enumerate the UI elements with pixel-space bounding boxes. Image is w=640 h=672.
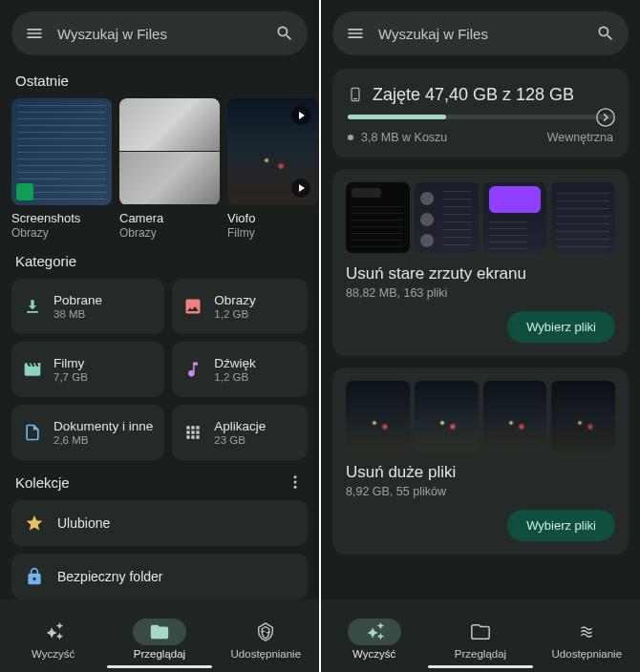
- recent-sub: Filmy: [227, 226, 318, 240]
- clean-card-large-files: Usuń duże pliki 8,92 GB, 55 plików Wybie…: [332, 368, 629, 555]
- storage-title: Zajęte 47,40 GB z 128 GB: [373, 85, 613, 105]
- select-files-button[interactable]: Wybierz pliki: [507, 311, 615, 343]
- music-icon: [183, 360, 203, 379]
- collections-title: Kolekcje: [15, 474, 70, 491]
- arrow-right-icon[interactable]: [595, 107, 616, 128]
- svg-point-1: [294, 481, 297, 484]
- collection-safe-folder[interactable]: Bezpieczny folder: [11, 554, 308, 599]
- clean-sub: 88,82 MB, 163 pliki: [346, 286, 615, 300]
- nav-browse[interactable]: Przeglądaj: [427, 619, 533, 660]
- phone-clean-screen: Wyszukaj w Files Zajęte 47,40 GB z 128 G…: [321, 0, 640, 672]
- star-icon: [25, 514, 44, 533]
- apps-icon: [183, 423, 203, 442]
- download-icon: [23, 297, 42, 316]
- home-indicator[interactable]: [107, 665, 212, 668]
- play-icon: [291, 106, 310, 125]
- nav-share[interactable]: Udostępnianie: [213, 619, 319, 660]
- phone-browse-screen: Wyszukaj w Files Ostatnie Screenshots Ob…: [0, 0, 319, 672]
- menu-icon[interactable]: [25, 24, 44, 43]
- nav-clean[interactable]: Wyczyść: [0, 619, 106, 660]
- movie-icon: [23, 360, 42, 379]
- nav-share[interactable]: Udostępnianie: [534, 619, 640, 660]
- phone-icon: [348, 84, 363, 105]
- play-icon: [291, 178, 310, 198]
- clean-card-screenshots: Usuń stare zrzuty ekranu 88,82 MB, 163 p…: [332, 169, 629, 356]
- more-icon[interactable]: [287, 473, 304, 491]
- category-downloads[interactable]: Pobrane38 MB: [11, 279, 164, 334]
- search-placeholder: Wyszukaj w Files: [57, 26, 262, 42]
- storage-progress: [348, 115, 613, 119]
- search-icon[interactable]: [275, 24, 294, 43]
- lock-icon: [25, 567, 44, 586]
- category-documents[interactable]: Dokumenty i inne2,6 MB: [11, 405, 164, 460]
- trash-size: 3,8 MB w Koszu: [348, 131, 447, 144]
- nav-browse[interactable]: Przeglądaj: [106, 619, 212, 660]
- menu-icon[interactable]: [346, 24, 365, 43]
- clean-title: Usuń stare zrzuty ekranu: [346, 264, 615, 284]
- category-movies[interactable]: Filmy7,7 GB: [11, 342, 164, 397]
- bottom-nav: Wyczyść Przeglądaj Udostępnianie: [321, 599, 640, 672]
- search-placeholder: Wyszukaj w Files: [378, 26, 583, 42]
- recent-sub: Obrazy: [119, 226, 220, 240]
- home-indicator[interactable]: [428, 665, 533, 668]
- recent-item-screenshots[interactable]: Screenshots Obrazy: [11, 98, 112, 240]
- document-icon: [23, 423, 42, 442]
- storage-card[interactable]: Zajęte 47,40 GB z 128 GB 3,8 MB w Koszu …: [332, 69, 629, 158]
- browse-content: Ostatnie Screenshots Obrazy Camera Obraz…: [0, 65, 319, 599]
- nav-clean[interactable]: Wyczyść: [321, 619, 427, 660]
- clean-content: Zajęte 47,40 GB z 128 GB 3,8 MB w Koszu …: [321, 65, 640, 599]
- clean-sub: 8,92 GB, 55 plików: [346, 485, 615, 498]
- svg-point-2: [294, 486, 297, 489]
- large-file-thumbs[interactable]: [346, 381, 615, 452]
- bottom-nav: Wyczyść Przeglądaj Udostępnianie: [0, 599, 319, 672]
- recent-item-camera[interactable]: Camera Obrazy: [119, 98, 220, 240]
- recent-item-viofo[interactable]: Viofo Filmy: [227, 98, 318, 240]
- collection-favorites[interactable]: Ulubione: [11, 500, 308, 546]
- recent-sub: Obrazy: [11, 226, 112, 240]
- svg-point-0: [294, 475, 297, 478]
- categories-title: Kategorie: [15, 253, 304, 269]
- recent-label: Viofo: [227, 211, 318, 225]
- category-apps[interactable]: Aplikacje23 GB: [172, 405, 308, 460]
- recent-title: Ostatnie: [15, 73, 304, 89]
- categories-grid: Pobrane38 MB Obrazy1,2 GB Filmy7,7 GB Dź…: [11, 279, 308, 460]
- screenshot-thumbs[interactable]: [346, 182, 615, 253]
- image-icon: [183, 297, 203, 316]
- search-icon[interactable]: [596, 24, 615, 43]
- recent-label: Camera: [119, 211, 220, 225]
- search-bar[interactable]: Wyszukaj w Files: [332, 11, 629, 55]
- svg-point-5: [597, 108, 614, 125]
- recent-label: Screenshots: [11, 211, 112, 225]
- search-bar[interactable]: Wyszukaj w Files: [11, 11, 308, 55]
- recent-row[interactable]: Screenshots Obrazy Camera Obrazy Viofo F…: [11, 98, 308, 240]
- clean-title: Usuń duże pliki: [346, 463, 615, 482]
- category-images[interactable]: Obrazy1,2 GB: [172, 279, 308, 334]
- category-audio[interactable]: Dźwięk1,2 GB: [172, 342, 308, 397]
- storage-location: Wewnętrzna: [547, 131, 613, 144]
- select-files-button[interactable]: Wybierz pliki: [507, 510, 615, 541]
